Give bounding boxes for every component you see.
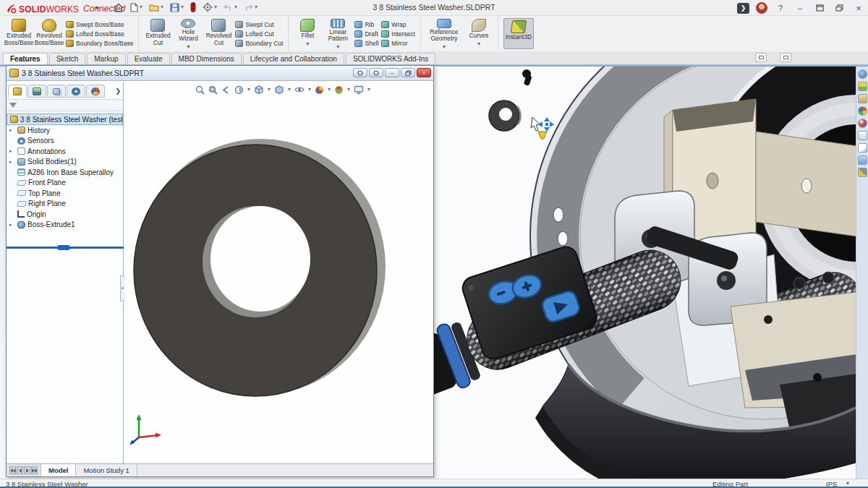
tree-item-right-plane[interactable]: Right Plane — [7, 199, 123, 210]
restore-button[interactable] — [833, 2, 846, 14]
tree-item-origin[interactable]: Origin — [7, 209, 123, 220]
file-explorer-icon[interactable] — [858, 94, 867, 103]
swept-cut-button[interactable]: Swept Cut — [235, 20, 283, 29]
expander-icon[interactable]: ▸ — [9, 159, 15, 165]
tab-solidworks-addins[interactable]: SOLIDWORKS Add-Ins — [346, 53, 435, 64]
options-caret[interactable]: ▾ — [214, 4, 217, 10]
dimxpertmanager-tab[interactable] — [67, 85, 85, 98]
boundary-boss-base-button[interactable]: Boundary Boss/Base — [66, 38, 133, 48]
tab-lifecycle-collaboration[interactable]: Lifecycle and Collaboration — [243, 53, 344, 64]
prev-tab-button[interactable] — [17, 466, 23, 474]
rollback-bar[interactable] — [7, 247, 124, 249]
intersect-button[interactable]: Intersect — [381, 29, 415, 38]
featuremanager-tab[interactable] — [8, 85, 27, 98]
tree-item-front-plane[interactable]: Front Plane — [7, 178, 123, 189]
next-tab-button[interactable] — [24, 466, 30, 474]
redo-caret[interactable]: ▾ — [255, 4, 258, 10]
3dexperience-icon[interactable] — [858, 69, 867, 79]
fillet-caret[interactable]: ▾ — [306, 40, 309, 47]
extruded-boss-base-button[interactable]: Extruded Boss/Base — [4, 17, 34, 50]
hole-wizard-button[interactable]: Hole Wizard▾ — [173, 17, 203, 50]
curves-caret[interactable]: ▾ — [477, 40, 480, 47]
last-tab-button[interactable] — [31, 466, 38, 474]
shell-button[interactable]: Shell — [354, 38, 378, 48]
expander-icon[interactable]: ▸ — [9, 148, 15, 154]
save-button[interactable]: ▾ — [169, 2, 185, 13]
home-button[interactable] — [112, 2, 125, 13]
ribbon-option-button-2[interactable] — [780, 53, 791, 62]
model-viewport[interactable]: ▾ ▾ ▾ ▾ ▾ ▾ ▾ — [124, 82, 433, 463]
doc-next-window-button[interactable] — [369, 68, 383, 77]
status-units-caret[interactable]: ▾ — [846, 480, 849, 487]
user-avatar[interactable] — [756, 2, 767, 14]
tree-item-annotations[interactable]: ▸Annotations — [7, 146, 123, 157]
tree-item-history[interactable]: ▸History — [7, 125, 123, 136]
document-window-titlebar[interactable]: 3 8 Stainless Steel Washer.SLDPRT – × — [7, 66, 433, 81]
swept-boss-base-button[interactable]: Swept Boss/Base — [66, 20, 133, 29]
redo-button[interactable]: ▾ — [242, 3, 259, 12]
rib-button[interactable]: Rib — [354, 20, 378, 29]
ribbon-option-button-1[interactable] — [755, 53, 767, 62]
tree-root-item[interactable]: 3 8 Stainless Steel Washer (test washer) — [7, 114, 123, 125]
tree-item-solid-bodies[interactable]: ▸Solid Bodies(1) — [7, 157, 123, 168]
forum-icon[interactable] — [858, 155, 867, 165]
new-document-caret[interactable]: ▾ — [140, 4, 142, 10]
lifecycle-status-button[interactable] — [189, 1, 197, 13]
boundary-cut-button[interactable]: Boundary Cut — [235, 38, 283, 48]
tab-markup[interactable]: Markup — [87, 53, 125, 64]
lofted-boss-base-button[interactable]: Lofted Boss/Base — [66, 29, 133, 38]
tree-item-sensors[interactable]: Sensors — [7, 136, 123, 147]
lofted-cut-button[interactable]: Lofted Cut — [235, 29, 283, 38]
tree-item-top-plane[interactable]: Top Plane — [7, 188, 123, 199]
maximize-button[interactable] — [813, 2, 826, 14]
tree-item-boss-extrude1[interactable]: ▸Boss-Extrude1 — [7, 220, 123, 231]
appearances-icon[interactable] — [858, 106, 867, 116]
command-pane-toggle[interactable]: ❯ — [737, 3, 749, 14]
menu-expand-arrow[interactable]: ▸ — [96, 4, 100, 11]
configurationmanager-tab[interactable] — [47, 85, 66, 98]
tab-mbd-dimensions[interactable]: MBD Dimensions — [171, 53, 242, 64]
tab-sketch[interactable]: Sketch — [49, 53, 86, 64]
minimize-button[interactable]: – — [793, 2, 807, 14]
open-button[interactable]: ▾ — [148, 2, 165, 12]
tree-filter-row[interactable] — [7, 99, 123, 111]
revolved-cut-button[interactable]: Revolved Cut — [203, 17, 234, 50]
scenes-icon[interactable] — [858, 119, 867, 128]
tree-item-material[interactable]: A286 Iron Base Superalloy — [7, 167, 123, 178]
linear-pattern-button[interactable]: Linear Pattern▾ — [323, 17, 353, 50]
hole-wizard-caret[interactable]: ▾ — [187, 43, 190, 50]
displaymanager-tab[interactable] — [86, 85, 105, 98]
reference-geometry-caret[interactable]: ▾ — [443, 43, 446, 50]
tab-navigation-buttons[interactable] — [7, 464, 41, 476]
save-caret[interactable]: ▾ — [181, 4, 184, 10]
expander-icon[interactable]: ▸ — [9, 127, 15, 133]
wrap-button[interactable]: Wrap — [381, 20, 415, 29]
custom-properties-icon[interactable] — [858, 131, 867, 140]
design-library-icon[interactable] — [858, 82, 867, 91]
doc-minimize-button[interactable]: – — [385, 68, 399, 77]
tab-evaluate[interactable]: Evaluate — [127, 53, 170, 64]
options-button[interactable]: ▾ — [201, 1, 218, 13]
linear-pattern-caret[interactable]: ▾ — [336, 43, 339, 50]
mirror-button[interactable]: Mirror — [381, 38, 415, 48]
first-tab-button[interactable] — [9, 466, 16, 474]
revolved-boss-base-button[interactable]: Revolved Boss/Base — [34, 17, 64, 50]
tab-features[interactable]: Features — [3, 53, 48, 64]
undo-button[interactable]: ▾ — [222, 3, 239, 12]
extruded-cut-button[interactable]: Extruded Cut — [142, 17, 173, 50]
new-document-button[interactable]: ▾ — [129, 2, 144, 13]
markup-tools-icon[interactable] — [858, 168, 867, 177]
instant3d-button[interactable]: Instant3D — [503, 18, 534, 49]
close-button[interactable]: × — [852, 2, 865, 14]
curves-button[interactable]: Curves▾ — [464, 17, 494, 50]
open-caret[interactable]: ▾ — [161, 4, 163, 10]
expander-icon[interactable]: ▸ — [9, 222, 15, 228]
help-button[interactable]: ? — [774, 2, 787, 14]
panel-expand-arrow[interactable]: ❯ — [115, 87, 121, 95]
model-tab[interactable]: Model — [41, 464, 76, 476]
reference-geometry-button[interactable]: Reference Geometry▾ — [425, 17, 464, 50]
doc-close-button[interactable]: × — [417, 68, 431, 77]
draft-button[interactable]: Draft — [354, 29, 378, 38]
motion-study-tab[interactable]: Motion Study 1 — [76, 464, 137, 476]
undo-caret[interactable]: ▾ — [234, 4, 237, 10]
